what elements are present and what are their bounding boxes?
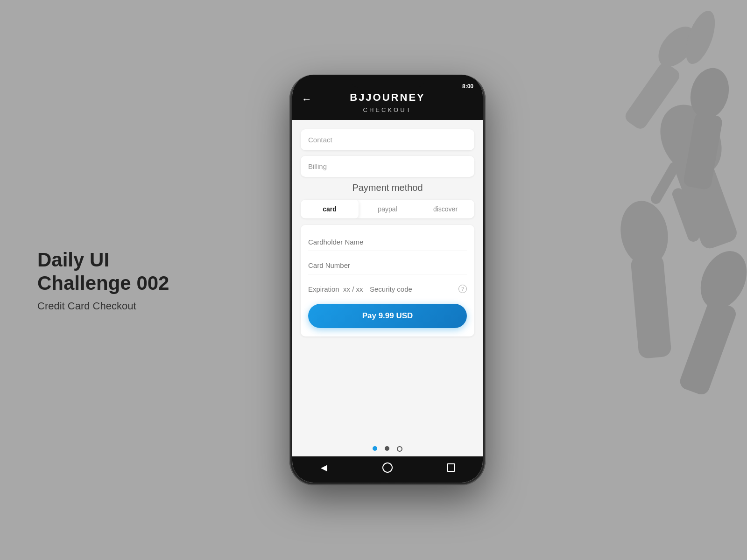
billing-field[interactable]: Billing [301, 156, 474, 177]
svg-rect-11 [671, 187, 701, 243]
android-nav-bar: ◀ [292, 456, 483, 483]
payment-tabs: card paypal discover [301, 200, 474, 218]
pagination-dots [292, 439, 483, 456]
dot-3 [397, 446, 402, 452]
app-subtitle: CHECKOUT [363, 106, 412, 113]
payment-method-title: Payment method [301, 182, 474, 193]
phone-screen: 8:00 ← BJJOURNEY CHECKOUT Contact Billin… [292, 75, 483, 483]
expiry-security-row: ? [308, 280, 467, 298]
challenge-title: Daily UI Challenge 002 [37, 248, 187, 295]
svg-point-0 [648, 94, 734, 187]
svg-rect-6 [623, 61, 682, 132]
dot-2 [385, 446, 389, 451]
recents-square-icon [447, 463, 455, 472]
tab-card[interactable]: card [301, 200, 359, 218]
nav-recents-button[interactable] [445, 462, 457, 473]
payment-method-section: Payment method card paypal discover [301, 182, 474, 336]
home-circle-icon [382, 462, 393, 473]
svg-point-7 [616, 197, 673, 269]
security-info-icon[interactable]: ? [458, 285, 467, 293]
tab-discover[interactable]: discover [416, 200, 474, 218]
app-logo: BJJOURNEY [350, 91, 425, 104]
cardholder-name-input[interactable] [308, 233, 467, 251]
nav-back-button[interactable]: ◀ [318, 462, 330, 473]
svg-rect-3 [683, 112, 723, 190]
svg-point-4 [651, 20, 703, 73]
svg-rect-10 [678, 299, 738, 397]
svg-rect-8 [630, 254, 672, 359]
checkout-content: Contact Billing Payment method card payp… [292, 120, 483, 439]
contact-label: Contact [308, 136, 332, 144]
expiration-input[interactable] [308, 280, 364, 298]
dot-1 [373, 446, 377, 451]
card-form: ? Pay 9.99 USD [301, 225, 474, 336]
billing-label: Billing [308, 162, 327, 170]
left-panel: Daily UI Challenge 002 Credit Card Check… [37, 248, 187, 312]
challenge-subtitle: Credit Card Checkout [37, 300, 187, 312]
phone-mockup: 8:00 ← BJJOURNEY CHECKOUT Contact Billin… [289, 75, 486, 485]
back-button[interactable]: ← [302, 93, 312, 105]
security-code-wrapper: ? [370, 280, 467, 298]
svg-rect-12 [649, 160, 681, 206]
card-number-input[interactable] [308, 257, 467, 274]
contact-field[interactable]: Contact [301, 129, 474, 150]
phone-shell: 8:00 ← BJJOURNEY CHECKOUT Contact Billin… [289, 75, 486, 485]
status-time: 8:00 [462, 83, 473, 90]
svg-point-5 [680, 7, 721, 68]
status-bar: 8:00 [292, 75, 483, 91]
nav-home-button[interactable] [382, 462, 393, 473]
security-code-input[interactable] [370, 285, 458, 293]
svg-rect-1 [672, 151, 740, 251]
tab-paypal[interactable]: paypal [359, 200, 416, 218]
svg-point-9 [692, 244, 747, 316]
pay-button[interactable]: Pay 9.99 USD [308, 304, 467, 328]
svg-point-2 [685, 64, 734, 123]
